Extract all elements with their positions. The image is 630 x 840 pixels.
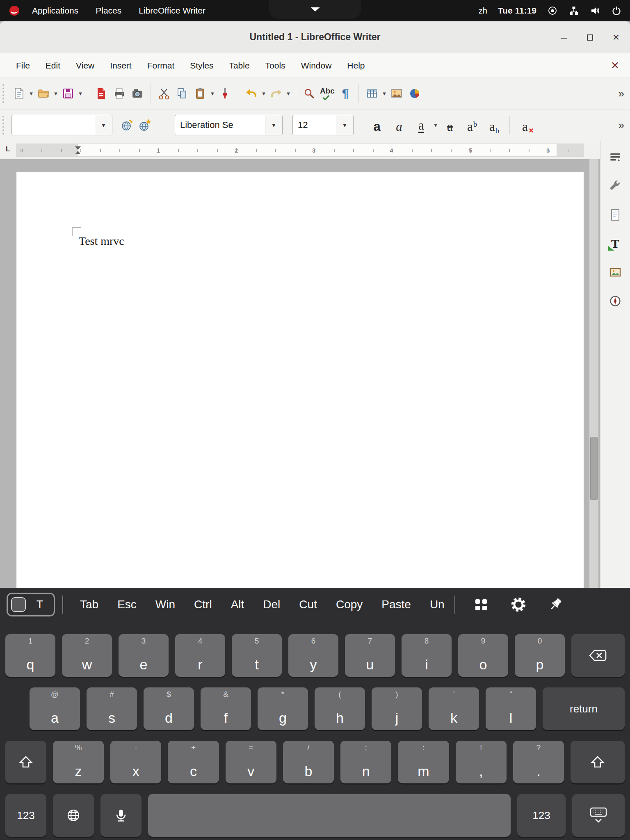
sidebar-navigator-button[interactable] (606, 291, 625, 310)
clone-formatting-button[interactable] (216, 82, 234, 105)
insert-table-dropdown[interactable]: ▾ (381, 90, 388, 97)
key-b[interactable]: /b (283, 741, 334, 783)
space-key[interactable] (148, 794, 511, 837)
formatting-marks-button[interactable]: ¶ (336, 82, 354, 105)
active-app-menu[interactable]: LibreOffice Writer (133, 6, 211, 16)
menu-view[interactable]: View (68, 57, 102, 74)
close-button[interactable]: × (613, 32, 619, 43)
clock[interactable]: Tue 11:19 (498, 6, 536, 16)
scrollbar-thumb[interactable] (590, 437, 598, 500)
update-style-button[interactable] (118, 114, 136, 136)
key-x[interactable]: -x (110, 741, 161, 783)
cut-button[interactable] (155, 82, 173, 105)
key-d[interactable]: $d (144, 687, 194, 730)
sidebar-page-button[interactable] (606, 205, 625, 224)
shift-right-key[interactable] (571, 741, 625, 783)
menu-table[interactable]: Table (221, 57, 257, 74)
key-h[interactable]: (h (315, 687, 365, 730)
new-document-button[interactable] (10, 82, 28, 105)
save-dropdown[interactable]: ▾ (77, 90, 84, 97)
new-style-button[interactable] (136, 114, 154, 136)
undo-dropdown[interactable]: ▾ (260, 90, 267, 97)
input-method-indicator[interactable]: zh (479, 6, 487, 16)
underline-button[interactable]: a (410, 114, 432, 136)
insert-image-button[interactable] (388, 82, 406, 105)
toolbar-drag-handle[interactable] (2, 116, 6, 135)
font-name-dropdown[interactable]: ▼ (265, 115, 282, 135)
globe-key[interactable] (53, 794, 94, 837)
toolbar-overflow-button[interactable]: » (619, 87, 624, 100)
kb-key-copy[interactable]: Copy (326, 598, 372, 611)
menu-edit[interactable]: Edit (38, 57, 68, 74)
new-document-dropdown[interactable]: ▾ (28, 90, 34, 97)
keyboard-layout-grid-icon[interactable] (463, 596, 500, 613)
ruler-strip[interactable]: 1 2 3 4 5 6 (16, 144, 584, 157)
menu-insert[interactable]: Insert (102, 57, 139, 74)
export-pdf-button[interactable] (92, 82, 110, 105)
kb-key-tab[interactable]: Tab (71, 598, 108, 611)
key-n[interactable]: ;n (340, 741, 391, 783)
toolbar-drag-handle[interactable] (2, 84, 6, 103)
undo-button[interactable] (242, 82, 260, 105)
copy-button[interactable] (173, 82, 191, 105)
key-u[interactable]: 7u (345, 634, 395, 677)
print-preview-button[interactable] (128, 82, 146, 105)
horizontal-ruler[interactable]: L 1 2 3 4 5 6 (0, 141, 630, 159)
font-size-value[interactable]: 12 (293, 115, 336, 135)
dismiss-keyboard-key[interactable] (572, 794, 625, 837)
kb-key-ctrl[interactable]: Ctrl (185, 598, 221, 611)
find-replace-button[interactable] (300, 82, 318, 105)
menu-tools[interactable]: Tools (258, 57, 293, 74)
volume-icon[interactable] (590, 5, 600, 16)
keyboard-mode-toggle[interactable]: T (7, 593, 55, 616)
strikethrough-button[interactable]: a (439, 114, 461, 136)
key-z[interactable]: %z (53, 741, 104, 783)
key-period[interactable]: ?. (513, 741, 564, 783)
font-name-value[interactable]: Liberation Se (175, 115, 265, 135)
key-c[interactable]: +c (168, 741, 219, 783)
paragraph-style-combo[interactable]: ▼ (11, 115, 112, 135)
paste-button[interactable] (191, 82, 209, 105)
kb-key-alt[interactable]: Alt (221, 598, 254, 611)
subscript-button[interactable]: ab (483, 114, 505, 136)
insert-table-button[interactable] (363, 82, 381, 105)
key-r[interactable]: 4r (175, 634, 225, 677)
font-size-dropdown[interactable]: ▼ (336, 115, 353, 135)
applications-menu[interactable]: Applications (26, 6, 84, 16)
key-o[interactable]: 9o (458, 634, 508, 677)
paragraph-style-value[interactable] (12, 115, 95, 135)
maximize-button[interactable] (587, 34, 593, 41)
document-text[interactable]: Test mrvc (79, 235, 124, 248)
document-page[interactable]: Test mrvc (16, 172, 584, 588)
key-m[interactable]: :m (398, 741, 449, 783)
indent-marker[interactable] (75, 146, 81, 154)
backspace-key[interactable] (571, 634, 625, 677)
keyboard-settings-gear-icon[interactable] (500, 596, 537, 613)
underline-dropdown[interactable]: ▾ (432, 121, 439, 129)
menu-help[interactable]: Help (339, 57, 372, 74)
key-v[interactable]: =v (226, 741, 276, 783)
save-button[interactable] (59, 82, 77, 105)
kb-key-del[interactable]: Del (253, 598, 290, 611)
insert-chart-button[interactable] (406, 82, 424, 105)
distro-logo-icon[interactable] (8, 5, 21, 17)
key-i[interactable]: 8i (402, 634, 452, 677)
title-bar[interactable]: Untitled 1 - LibreOffice Writer – × (0, 21, 630, 53)
paste-dropdown[interactable]: ▾ (209, 90, 216, 97)
numbers-key-right[interactable]: 123 (517, 794, 566, 837)
osk-handle[interactable] (269, 0, 361, 19)
print-button[interactable] (110, 82, 128, 105)
menu-styles[interactable]: Styles (182, 57, 221, 74)
clear-formatting-button[interactable]: a × (514, 114, 536, 136)
network-icon[interactable] (568, 5, 579, 16)
key-w[interactable]: 2w (62, 634, 112, 677)
close-document-icon[interactable]: ✕ (611, 59, 619, 71)
key-e[interactable]: 3e (119, 634, 169, 677)
key-g[interactable]: *g (258, 687, 308, 730)
vertical-scrollbar[interactable] (589, 159, 598, 588)
open-button[interactable] (34, 82, 52, 105)
redo-button[interactable] (267, 82, 285, 105)
italic-button[interactable]: a (388, 114, 410, 136)
mic-key[interactable] (100, 794, 142, 837)
numbers-key-left[interactable]: 123 (5, 794, 46, 837)
